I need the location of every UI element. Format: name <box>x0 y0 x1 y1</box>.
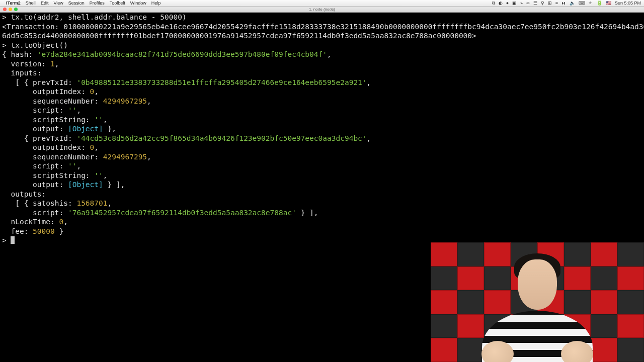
obj-string: '0b49885121e3383733288d51e1ffcffa295405d… <box>76 78 366 86</box>
obj-close: }, <box>103 125 116 133</box>
obj-string: '76a91452957cdea97f6592114db0f3edd5a5aa8… <box>68 209 296 217</box>
menu-edit[interactable]: Edit <box>41 1 49 6</box>
status-icon[interactable]: ∞ <box>526 1 529 6</box>
menubar-app-name[interactable]: iTerm2 <box>6 1 21 6</box>
output-line: 6dd5c853cd440000000000ffffffff01bdef1700… <box>2 32 476 40</box>
obj-key: outputIndex: <box>2 143 90 151</box>
obj-key: inputs: <box>2 69 42 77</box>
status-icon[interactable]: ● <box>506 1 509 6</box>
obj-key: script: <box>2 106 68 114</box>
webcam-overlay <box>431 242 644 362</box>
keyboard-icon[interactable]: ⌨ <box>579 1 585 6</box>
obj-key: script: <box>2 209 68 217</box>
status-icon[interactable]: ☰ <box>533 1 537 6</box>
command-text: tx.toObject() <box>11 41 68 49</box>
wifi-icon[interactable]: ᯤ <box>589 1 593 6</box>
status-icon[interactable]: ⚲ <box>541 1 544 6</box>
obj-key: output: <box>2 180 68 189</box>
command-text: tx.to(addr2, shell.addr.balance - 50000) <box>11 13 186 21</box>
obj-number: 50000 <box>33 227 55 235</box>
obj-number: 1 <box>50 60 55 68</box>
prompt: > <box>2 41 11 49</box>
obj-close: } ], <box>103 180 125 189</box>
prompt: > <box>2 236 11 244</box>
obj-key: scriptString: <box>2 116 94 124</box>
obj-string: '' <box>94 116 103 124</box>
menu-session[interactable]: Session <box>68 1 85 6</box>
menu-profiles[interactable]: Profiles <box>90 1 105 6</box>
obj-close: } <box>55 227 63 235</box>
obj-ref: [Object] <box>68 125 103 133</box>
close-icon[interactable] <box>3 8 7 11</box>
menubar-clock[interactable]: Sun 5:05 PM <box>615 1 641 6</box>
obj-key: script: <box>2 162 68 170</box>
obj-key: sequenceNumber: <box>2 97 103 105</box>
window-title: 1. node (node) <box>309 7 335 12</box>
obj-key: scriptString: <box>2 171 94 179</box>
obj-key: { hash: <box>2 50 37 58</box>
presenter-figure <box>485 242 590 362</box>
volume-icon[interactable]: 🔈 <box>570 1 575 6</box>
obj-key: { prevTxId: <box>2 134 76 142</box>
window-titlebar[interactable]: 1. node (node) <box>0 7 644 13</box>
output-line: <Transaction: 010000000221a9e29565eb4e16… <box>2 23 644 31</box>
obj-number: 1568701 <box>76 199 107 207</box>
macos-menubar: iTerm2 Shell Edit View Session Profiles … <box>0 0 644 7</box>
status-icon[interactable]: ⊞ <box>548 1 552 6</box>
obj-string: '' <box>68 162 76 170</box>
obj-close: } ], <box>296 209 318 217</box>
status-icon[interactable]: ⌁ <box>520 1 523 6</box>
prompt: > <box>2 13 11 21</box>
obj-key: nLockTime: <box>2 218 59 226</box>
cursor-icon <box>11 236 15 244</box>
obj-string: 'e7da284e341ab0094bcaac82f741d75ded6690d… <box>37 50 327 58</box>
obj-key: outputIndex: <box>2 87 90 96</box>
status-icon[interactable]: ≡ <box>555 1 558 6</box>
obj-key: output: <box>2 125 68 133</box>
input-source-icon[interactable]: 🇺🇸 <box>606 1 611 6</box>
zoom-icon[interactable] <box>14 8 18 11</box>
obj-key: version: <box>2 60 50 68</box>
obj-key: outputs: <box>2 190 46 198</box>
menu-toolbelt[interactable]: Toolbelt <box>110 1 125 6</box>
obj-key: sequenceNumber: <box>2 153 103 161</box>
obj-number: 4294967295 <box>103 97 147 105</box>
obj-string: '' <box>68 106 76 114</box>
playback-icon[interactable]: ⏯ <box>561 1 566 6</box>
menu-window[interactable]: Window <box>130 1 146 6</box>
menu-shell[interactable]: Shell <box>26 1 36 6</box>
obj-string: '' <box>94 171 103 179</box>
status-icon[interactable]: ⧉ <box>492 1 495 6</box>
obj-number: 0 <box>59 218 64 226</box>
obj-key: fee: <box>2 227 33 235</box>
status-icon[interactable]: ▣ <box>512 1 517 6</box>
status-icon[interactable]: ◐ <box>499 1 503 6</box>
obj-key: [ { satoshis: <box>2 199 76 207</box>
obj-number: 4294967295 <box>103 153 147 161</box>
traffic-lights <box>3 8 18 11</box>
minimize-icon[interactable] <box>9 8 12 11</box>
menu-help[interactable]: Help <box>151 1 161 6</box>
menu-view[interactable]: View <box>53 1 63 6</box>
obj-ref: [Object] <box>68 180 103 189</box>
battery-icon[interactable]: 🔋 <box>597 1 602 6</box>
obj-string: '44cd53c8d56d2a42cc95f865d34a4b69426f123… <box>76 134 366 142</box>
obj-key: [ { prevTxId: <box>2 78 76 86</box>
